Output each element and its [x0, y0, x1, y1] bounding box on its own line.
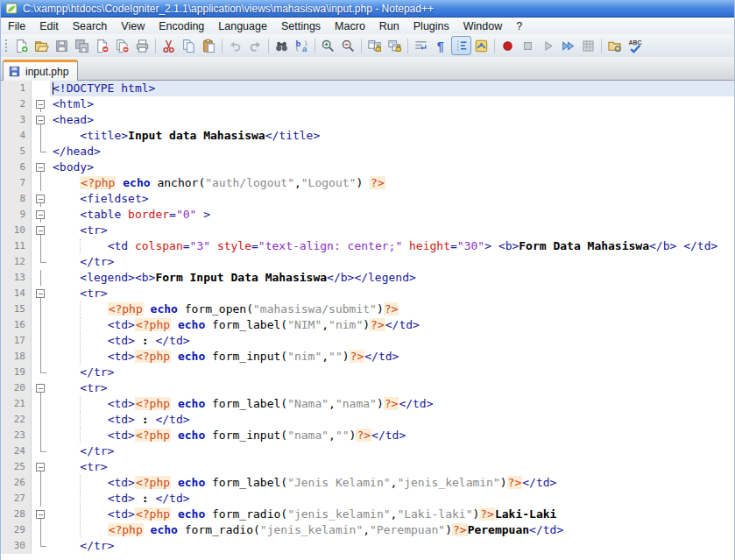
fold-collapse-box[interactable]: [32, 159, 50, 175]
copy-button[interactable]: [179, 36, 199, 55]
fold-margin: [32, 254, 50, 270]
code-line-26[interactable]: 26 <td><?php echo form_label("Jenis Kela…: [1, 475, 734, 491]
fold-collapse-box[interactable]: [32, 207, 50, 223]
code-line-27[interactable]: 27 <td> : </td>: [1, 491, 734, 507]
indent-guide-line: [80, 301, 81, 317]
menu-item-file[interactable]: File: [1, 18, 32, 34]
code-line-12[interactable]: 12 </tr>: [1, 254, 734, 270]
close-file-button[interactable]: [92, 36, 112, 55]
find-button[interactable]: [272, 36, 292, 55]
run-macro-multiple-button[interactable]: [558, 36, 578, 55]
line-number: 30: [1, 538, 32, 554]
sync-horizontal-button[interactable]: [385, 36, 405, 55]
play-macro-button[interactable]: [538, 36, 558, 55]
code-text: <tr>: [50, 286, 734, 301]
fold-collapse-box[interactable]: [32, 96, 50, 112]
menu-item-language[interactable]: Language: [211, 18, 274, 34]
save-all-button[interactable]: [72, 36, 92, 55]
code-line-8[interactable]: 8 <fieldset>: [1, 191, 734, 207]
code-editor[interactable]: 1<!DOCTYPE html>2<html>3<head>4 <title>I…: [1, 81, 734, 560]
fold-collapse-box[interactable]: [32, 223, 50, 238]
stop-macro-button[interactable]: [518, 36, 538, 55]
menu-item-encoding[interactable]: Encoding: [152, 18, 211, 34]
spell-check-button[interactable]: ABC: [625, 36, 645, 55]
code-line-7[interactable]: 7 <?php echo anchor("auth/logout","Logou…: [1, 175, 734, 191]
code-line-15[interactable]: 15 <?php echo form_open("mahasiswa/submi…: [1, 301, 734, 317]
menu-item-help[interactable]: ?: [509, 18, 529, 34]
code-line-18[interactable]: 18 <td><?php echo form_input("nim","")?>…: [1, 349, 734, 365]
code-line-2[interactable]: 2<html>: [1, 96, 734, 112]
fold-collapse-box[interactable]: [32, 112, 50, 128]
fold-margin: [32, 333, 50, 349]
fold-collapse-box[interactable]: [32, 507, 50, 522]
doc-switcher-button[interactable]: [604, 36, 625, 55]
zoom-in-button[interactable]: [318, 36, 338, 55]
menu-item-settings[interactable]: Settings: [274, 18, 328, 34]
record-macro-button[interactable]: [498, 36, 518, 55]
open-file-button[interactable]: [32, 36, 52, 55]
indent-guide-line: [80, 349, 81, 365]
fold-collapse-box[interactable]: [32, 286, 50, 301]
code-line-29[interactable]: 29 <?php echo form_radio("jenis_kelamin"…: [1, 522, 734, 538]
menu-item-plugins[interactable]: Plugins: [406, 18, 456, 34]
code-line-25[interactable]: 25 <tr>: [1, 459, 734, 475]
code-line-5[interactable]: 5</head>: [1, 144, 734, 159]
print-button[interactable]: [132, 36, 152, 55]
undo-button[interactable]: [225, 36, 245, 55]
code-line-13[interactable]: 13 <legend><b>Form Input Data Mahasiswa<…: [1, 270, 734, 286]
sync-vertical-button[interactable]: [364, 36, 385, 55]
toolbar-grip: [4, 38, 8, 53]
fold-margin: [32, 491, 50, 507]
toolbar-separator: [222, 39, 223, 53]
menu-item-run[interactable]: Run: [372, 18, 406, 34]
save-file-button[interactable]: [52, 36, 72, 55]
replace-button[interactable]: ba: [292, 36, 312, 55]
menu-item-macro[interactable]: Macro: [328, 18, 372, 34]
fold-collapse-box[interactable]: [32, 459, 50, 475]
user-language-button[interactable]: [471, 36, 491, 55]
code-line-17[interactable]: 17 <td> : </td>: [1, 333, 734, 349]
code-line-20[interactable]: 20 <tr>: [1, 380, 734, 396]
code-line-6[interactable]: 6<body>: [1, 159, 734, 175]
code-line-11[interactable]: 11 <td colspan="3" style="text-align: ce…: [1, 238, 734, 254]
code-line-19[interactable]: 19 </tr>: [1, 365, 734, 380]
code-line-22[interactable]: 22 <td> : </td>: [1, 412, 734, 428]
code-line-10[interactable]: 10 <tr>: [1, 223, 734, 238]
line-number: 21: [1, 396, 32, 412]
zoom-out-button[interactable]: [338, 36, 358, 55]
menu-item-view[interactable]: View: [114, 18, 152, 34]
line-number: 24: [1, 443, 32, 459]
menu-item-search[interactable]: Search: [66, 18, 115, 34]
code-line-4[interactable]: 4 <title>Input data Mahasiswa</title>: [1, 128, 734, 144]
new-file-button[interactable]: [11, 36, 32, 55]
code-line-24[interactable]: 24 </tr>: [1, 443, 734, 459]
menu-item-edit[interactable]: Edit: [32, 18, 66, 34]
indent-guide-button[interactable]: [451, 36, 471, 55]
code-line-14[interactable]: 14 <tr>: [1, 286, 734, 301]
menu-item-window[interactable]: Window: [456, 18, 509, 34]
redo-button[interactable]: [245, 36, 265, 55]
code-text: <td><?php echo form_radio("jenis_kelamin…: [50, 507, 734, 522]
word-wrap-button[interactable]: [411, 36, 431, 55]
show-all-characters-button[interactable]: ¶: [431, 36, 451, 55]
code-line-21[interactable]: 21 <td><?php echo form_label("Nama","nam…: [1, 396, 734, 412]
paste-button[interactable]: [199, 36, 219, 55]
code-line-3[interactable]: 3<head>: [1, 112, 734, 128]
code-line-23[interactable]: 23 <td><?php echo form_input("nama","")?…: [1, 428, 734, 443]
code-line-9[interactable]: 9 <table border="0" >: [1, 207, 734, 223]
toolbar-separator: [155, 39, 156, 53]
save-macro-button[interactable]: [578, 36, 598, 55]
tab-input-php[interactable]: input.php: [3, 60, 78, 81]
cut-button[interactable]: [159, 36, 179, 55]
fold-collapse-box[interactable]: [32, 380, 50, 396]
code-line-16[interactable]: 16 <td><?php echo form_label("NIM","nim"…: [1, 317, 734, 333]
code-text: <legend><b>Form Input Data Mahasiswa</b>…: [50, 270, 734, 286]
close-all-button[interactable]: [112, 36, 132, 55]
title-bar: C:\xampp\htdocs\CodeIgniter_2.1.1\applic…: [1, 0, 734, 18]
code-text: <html>: [50, 96, 734, 112]
code-line-30[interactable]: 30 </tr>: [1, 538, 734, 554]
indent-guide-line: [80, 491, 81, 507]
code-line-28[interactable]: 28 <td><?php echo form_radio("jenis_kela…: [1, 507, 734, 522]
fold-collapse-box[interactable]: [32, 191, 50, 207]
code-line-1[interactable]: 1<!DOCTYPE html>: [1, 81, 734, 96]
